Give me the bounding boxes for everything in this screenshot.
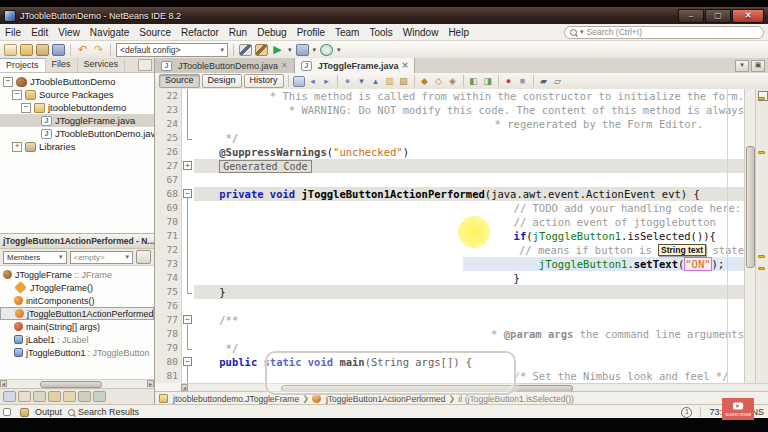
new-project-icon[interactable]	[20, 44, 33, 56]
scroll-left-icon[interactable]: ◂	[0, 380, 7, 387]
warning-mark-icon[interactable]	[758, 267, 765, 270]
editor-tab-jtoggleframe-java[interactable]: JJToggleFrame.java✕	[295, 58, 416, 73]
open-project-icon[interactable]	[36, 44, 49, 56]
tab-list-dropdown-icon[interactable]: ▾	[735, 60, 749, 72]
back-icon[interactable]: ◂	[307, 76, 319, 87]
menu-refactor[interactable]: Refactor	[176, 27, 224, 38]
menu-run[interactable]: Run	[224, 27, 252, 38]
filter-inherited-button[interactable]	[3, 391, 16, 402]
expander-icon[interactable]: −	[12, 90, 22, 100]
debug-project-icon[interactable]	[296, 44, 309, 56]
tree-item-jtooblebuttondemo-java[interactable]: JJToobleButtonDemo.java	[0, 127, 154, 140]
tree-item-jtooblebuttondemo[interactable]: −JToobleButtonDemo	[0, 75, 154, 88]
select-in-projects-icon[interactable]: ▧	[398, 76, 410, 87]
menu-help[interactable]: Help	[443, 27, 474, 38]
tab-services[interactable]: Services	[78, 58, 126, 72]
navigator-item-jtogglebutton1actionperformed-actioneven[interactable]: jToggleButton1ActionPerformed(ActionEven…	[0, 307, 154, 320]
close-tab-icon[interactable]: ✕	[281, 61, 288, 70]
navigator-item-jtoggleframe-[interactable]: JToggleFrame()	[0, 281, 154, 294]
breadcrumb-item[interactable]: if (jToggleButton1.isSelected())	[458, 394, 574, 404]
notification-badge[interactable]: 1	[681, 407, 692, 418]
find-previous-icon[interactable]: ▴	[370, 76, 382, 87]
error-stripe[interactable]	[755, 89, 768, 383]
inspect-icon[interactable]: ◈	[447, 76, 459, 87]
minimize-button[interactable]: –	[678, 9, 704, 23]
toggle-highlight-icon[interactable]: ▥	[384, 76, 396, 87]
subscribe-overlay-button[interactable]: SUBSCRIBE	[722, 398, 754, 420]
filter-static-button[interactable]	[33, 391, 46, 402]
bottom-tab-output[interactable]: Output	[20, 407, 62, 417]
menu-window[interactable]: Window	[398, 27, 444, 38]
navigator-hscrollbar[interactable]: ◂ ▸	[0, 379, 154, 388]
new-file-icon[interactable]	[4, 44, 17, 56]
menu-file[interactable]: File	[0, 27, 26, 38]
macro-start-icon[interactable]: ▰	[538, 76, 550, 87]
tab-files[interactable]: Files	[46, 58, 78, 72]
close-button[interactable]: ✕	[732, 9, 764, 23]
menu-navigate[interactable]: Navigate	[85, 27, 134, 38]
filter-non-public-button[interactable]	[63, 391, 76, 402]
find-next-icon[interactable]: ▾	[356, 76, 368, 87]
empty-dropdown[interactable]: <empty> ▾	[70, 251, 134, 264]
view-button-design[interactable]: Design	[202, 74, 242, 88]
uncomment-icon[interactable]: ◇	[433, 76, 445, 87]
members-dropdown[interactable]: Members ▾	[3, 251, 67, 264]
scroll-right-icon[interactable]: ▸	[147, 380, 154, 387]
window-grid-icon[interactable]	[3, 408, 11, 416]
clean-build-icon[interactable]	[255, 44, 268, 56]
build-project-icon[interactable]	[239, 44, 252, 56]
redo-icon[interactable]: ↷	[92, 44, 105, 56]
tree-item-jtoggleframe-java[interactable]: JJToggleFrame.java	[0, 114, 154, 127]
tree-item-source-packages[interactable]: −Source Packages	[0, 88, 154, 101]
forward-icon[interactable]: ▸	[321, 76, 333, 87]
tab-projects[interactable]: Projects	[0, 58, 46, 72]
fold-toggle-icon[interactable]: −	[182, 187, 194, 201]
save-all-icon[interactable]	[52, 44, 65, 56]
view-button-source[interactable]: Source	[159, 74, 200, 88]
navigator-options-button[interactable]	[136, 250, 151, 264]
warning-mark-icon[interactable]	[758, 151, 765, 154]
breadcrumb-item[interactable]: jToggleButton1ActionPerformed	[312, 394, 446, 404]
view-button-history[interactable]: History	[244, 74, 284, 88]
menu-profile[interactable]: Profile	[292, 27, 330, 38]
navigator-item-jtoggleframe[interactable]: JToggleFrame :: JFrame	[0, 268, 154, 281]
chevron-down-icon[interactable]: ▾	[288, 46, 292, 54]
fold-toggle-icon[interactable]: +	[182, 159, 194, 173]
menu-team[interactable]: Team	[330, 27, 364, 38]
navigator-item-jlabel1[interactable]: jLabel1 : JLabel	[0, 333, 154, 346]
filter-fields-button[interactable]	[18, 391, 31, 402]
chevron-down-icon[interactable]: ▾	[313, 46, 317, 54]
find-selection-icon[interactable]: ●	[342, 76, 354, 87]
menu-debug[interactable]: Debug	[252, 27, 291, 38]
editor-vscrollbar[interactable]	[744, 89, 755, 383]
last-edit-icon[interactable]	[293, 76, 305, 87]
fold-toggle-icon[interactable]: −	[182, 313, 194, 327]
shift-left-icon[interactable]: ◧	[468, 76, 480, 87]
menu-view[interactable]: View	[53, 27, 85, 38]
profile-project-icon[interactable]	[320, 44, 333, 56]
filter-sort-alpha-button[interactable]	[78, 391, 91, 402]
comment-icon[interactable]: ◆	[419, 76, 431, 87]
scroll-left-icon[interactable]: ◂	[181, 384, 188, 391]
expander-icon[interactable]: −	[21, 103, 31, 113]
editor-tab-jtooblebuttondemo-java[interactable]: JJToobleButtonDemo.java✕	[155, 58, 295, 73]
shift-right-icon[interactable]: ◨	[482, 76, 494, 87]
menu-edit[interactable]: Edit	[26, 27, 53, 38]
config-selector[interactable]: <default config>▾	[116, 43, 228, 57]
macro-stop-icon[interactable]: ▱	[552, 76, 564, 87]
breakpoint-icon[interactable]: ●	[503, 76, 515, 87]
chevron-down-icon[interactable]: ▾	[337, 46, 341, 54]
warning-mark-icon[interactable]	[758, 97, 765, 100]
stop-icon[interactable]: ■	[517, 76, 529, 87]
expander-icon[interactable]: +	[12, 142, 22, 152]
search-input[interactable]: ▾ Search (Ctrl+I)	[564, 26, 764, 39]
navigator-item-jtogglebutton1[interactable]: jToggleButton1 : JToggleButton	[0, 346, 154, 359]
close-tab-icon[interactable]: ✕	[402, 61, 409, 70]
run-project-icon[interactable]: ▶	[271, 44, 284, 56]
tree-item-jtooblebuttondemo[interactable]: −jtooblebuttondemo	[0, 101, 154, 114]
filter-sort-source-button[interactable]	[93, 391, 106, 402]
navigator-item-initcomponents-[interactable]: initComponents()	[0, 294, 154, 307]
maximize-button[interactable]: ▢	[705, 9, 731, 23]
menu-tools[interactable]: Tools	[364, 27, 397, 38]
bottom-tab-search-results[interactable]: Search Results	[68, 407, 139, 417]
